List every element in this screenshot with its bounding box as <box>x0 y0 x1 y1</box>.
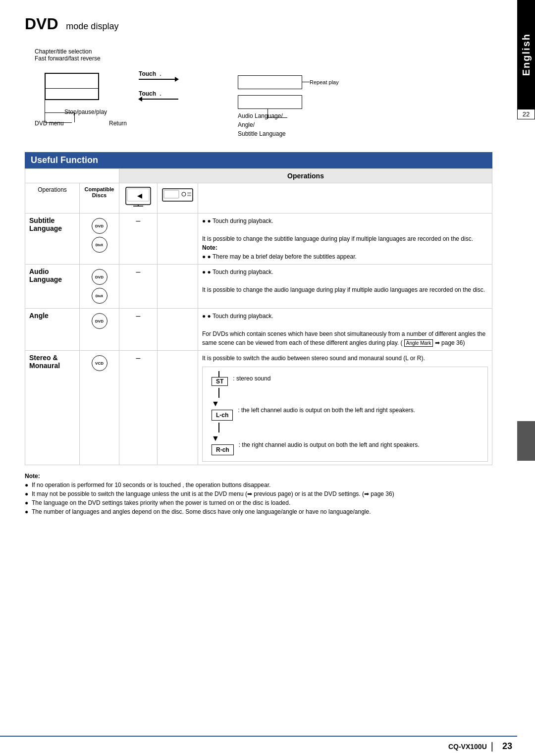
audio-description: ● Touch during playback. It is possible … <box>198 265 492 309</box>
footer-model: CQ-VX100U <box>448 743 487 751</box>
stereo-touch-col <box>158 351 198 465</box>
audio-discs: DVD DivX <box>80 265 119 309</box>
dvd-word: DVD <box>25 15 58 33</box>
st-box: ST <box>212 377 228 386</box>
audio-dash: – <box>119 265 158 309</box>
note-item-4: ● The number of languages and angles dep… <box>25 508 492 515</box>
audio-language-label: Audio Language <box>25 265 80 309</box>
subtitle-description: ● Touch during playback. It is possible … <box>198 214 492 265</box>
page-number-box: 22 <box>517 109 535 119</box>
svg-rect-1 <box>127 189 149 201</box>
table-row: Stereo & Monaural VCD – It is possible t… <box>25 351 492 465</box>
function-table: Operations Operations CompatibleDiscs <box>25 168 492 465</box>
lch-desc: : the left channel audio is output on bo… <box>238 406 415 415</box>
angle-touch-col <box>158 309 198 351</box>
touch2-label: Touch . <box>139 90 161 97</box>
bottom-note-header: Note: <box>25 473 492 480</box>
empty-header-cell <box>25 169 119 183</box>
col-touch-icon <box>119 183 158 214</box>
repeat-play-text: Repeat play <box>310 79 339 85</box>
language-label: English <box>521 33 532 76</box>
angle-discs: DVD <box>80 309 119 351</box>
bottom-notes: Note: ● If no operation is performed for… <box>25 473 492 515</box>
subtitle-language-label: Subtitle Language <box>25 214 80 265</box>
repeat-play-label: Repeat play <box>310 79 339 86</box>
arrow-left-1 <box>139 99 178 100</box>
table-row: Audio Language DVD DivX – ● Touch during… <box>25 265 492 309</box>
rch-desc: : the right channel audio is output on b… <box>239 440 420 449</box>
language-bar: English <box>517 0 535 109</box>
info-box-right1 <box>238 75 302 89</box>
divx-badge-2: DivX <box>92 288 107 304</box>
svg-rect-8 <box>187 192 191 194</box>
stereo-discs: VCD <box>80 351 119 465</box>
svg-rect-9 <box>187 195 191 196</box>
vert-line-left <box>45 100 45 122</box>
info-box-right2 <box>238 95 302 109</box>
device-icon <box>161 186 194 204</box>
horiz-line-dvdmenu <box>45 122 72 123</box>
subtitle-discs: DVD DivX <box>80 214 119 265</box>
footer-page: 23 <box>502 741 512 752</box>
dvd-badge: DVD <box>92 218 107 234</box>
lch-arrow: ▼ <box>212 398 219 410</box>
dvd-badge-2: DVD <box>92 269 107 285</box>
operations-header: Operations <box>119 169 492 183</box>
subtitle-touch-col <box>158 214 198 265</box>
table-row: Subtitle Language DVD DivX – ● Touch dur… <box>25 214 492 265</box>
chapter-title-label: Chapter/title selection Fast forward/fas… <box>35 48 101 62</box>
lch-box: L-ch <box>212 410 233 421</box>
rch-arrow: ▼ <box>212 432 219 444</box>
arrow-right-1 <box>139 79 178 80</box>
angle-description: ● Touch during playback. For DVDs which … <box>198 309 492 351</box>
st-top-line <box>218 371 219 377</box>
note-item-2: ● It may not be possible to switch the l… <box>25 490 492 497</box>
col-discs-header: CompatibleDiscs <box>80 183 119 214</box>
dvd-section: DVD mode display Chapter/title selection… <box>25 15 492 142</box>
stereo-rch-row: ▼ R-ch : the right channel audio is outp… <box>207 423 483 455</box>
dvd-title: DVD mode display <box>25 15 492 33</box>
col-device-icon <box>158 183 198 214</box>
rch-box: R-ch <box>212 444 234 455</box>
dvd-badge-3: DVD <box>92 313 107 329</box>
audio-touch-col <box>158 265 198 309</box>
stereo-st-row: ST : stereo sound <box>207 371 483 386</box>
table-row: Angle DVD – ● Touch during playback. For… <box>25 309 492 351</box>
angle-dash: – <box>119 309 158 351</box>
page-number: 22 <box>523 110 530 118</box>
col-operations-header: Operations <box>25 183 80 214</box>
vert-line-stop <box>74 112 75 122</box>
horiz-line-right1 <box>268 117 287 118</box>
horiz-line-stop <box>45 112 74 113</box>
col-description-header <box>198 183 492 214</box>
right-decorative-bar <box>517 421 535 461</box>
note-item-3: ● The language on the DVD settings takes… <box>25 499 492 506</box>
footer-divider: | <box>491 741 493 752</box>
stereo-lch-row: ▼ L-ch : the left channel audio is outpu… <box>207 388 483 421</box>
lch-vert-line <box>218 388 219 398</box>
vcd-badge: VCD <box>92 355 107 371</box>
svg-rect-6 <box>164 190 179 198</box>
screen-box-left <box>45 73 99 100</box>
note-item-1: ● If no operation is performed for 10 se… <box>25 482 492 488</box>
stop-pause-label: Stop/pause/play <box>64 108 107 115</box>
mode-display-label: mode display <box>66 21 118 31</box>
svg-marker-2 <box>137 194 142 199</box>
line-repeat <box>302 82 310 82</box>
rch-vert-line <box>218 423 219 432</box>
footer: CQ-VX100U | 23 <box>0 736 517 756</box>
touch1-label: Touch . <box>139 70 161 77</box>
stereo-diagram: ST : stereo sound <box>202 367 488 462</box>
subtitle-dash: – <box>119 214 158 265</box>
return-label: Return <box>109 120 127 127</box>
svg-point-7 <box>182 192 186 196</box>
main-content: DVD mode display Chapter/title selection… <box>0 0 517 532</box>
stereo-dash: – <box>119 351 158 465</box>
audio-angle-subtitle-label: Audio Language/Angle/ Subtitle Language <box>238 111 286 138</box>
useful-function-header: Useful Function <box>25 152 492 168</box>
touchscreen-icon <box>123 186 153 209</box>
stereo-monaural-label: Stereo & Monaural <box>25 351 80 465</box>
divx-badge: DivX <box>92 237 107 253</box>
st-desc: : stereo sound <box>233 374 270 383</box>
dvd-menu-label: DVD menu <box>35 120 64 127</box>
